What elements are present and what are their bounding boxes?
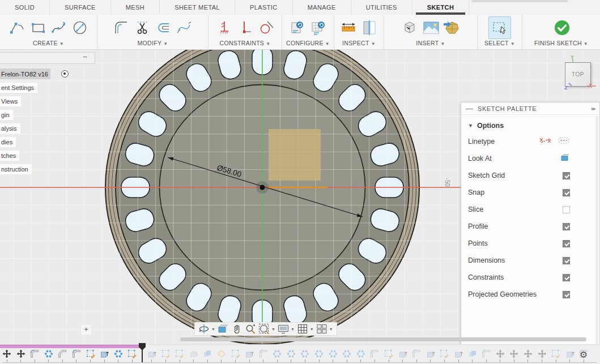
viewports-icon[interactable] [316, 323, 328, 335]
create-dimension-icon[interactable] [71, 18, 89, 37]
timeline-feature-extrude-suppressed[interactable] [147, 349, 156, 362]
pan-icon[interactable] [231, 323, 243, 335]
tab-utilities[interactable]: UTILITIES [351, 0, 412, 15]
checkbox-snap[interactable] [563, 189, 570, 196]
checkbox-slice[interactable] [563, 206, 570, 213]
palette-scrollbar[interactable] [595, 116, 598, 344]
checkbox-profile[interactable] [563, 223, 570, 230]
timeline-feature-sketch-suppressed[interactable] [175, 349, 184, 362]
timeline-feature-move-suppressed[interactable] [538, 349, 547, 362]
timeline-feature-cpattern-suppressed[interactable] [287, 349, 296, 362]
browser-item-views[interactable]: Views [0, 96, 21, 106]
timeline-feature-cpattern[interactable] [114, 349, 123, 362]
timeline-feature-extrude-suppressed[interactable] [454, 349, 463, 362]
browser-item-tches[interactable]: tches [0, 151, 19, 161]
tab-sketch[interactable]: SKETCH [412, 0, 470, 15]
zoom-icon[interactable] [244, 323, 257, 335]
inspect-measure-icon[interactable] [339, 18, 358, 37]
browser-item-nstruction[interactable]: nstruction [0, 164, 32, 174]
timeline-feature-move[interactable] [16, 349, 25, 362]
timeline-feature-plane-suppressed[interactable] [217, 349, 226, 362]
timeline-feature-extrude-suppressed[interactable] [398, 349, 407, 362]
browser-item-alysis[interactable]: alysis [0, 123, 20, 134]
timeline-playhead[interactable] [138, 343, 146, 362]
timeline-feature-fillet-suppressed[interactable] [370, 349, 379, 362]
configure-feature-icon[interactable] [288, 18, 307, 37]
grid-caret[interactable]: ▼ [310, 327, 314, 331]
modify-group-label[interactable]: MODIFY▼ [138, 40, 168, 46]
grid-icon[interactable] [296, 323, 309, 335]
configure-group-label[interactable]: CONFIGURE▼ [286, 40, 330, 46]
viewport-canvas[interactable]: Ø58.00-2525-50 − Frelon-TO82 v16 ent Set… [0, 50, 600, 344]
timeline-feature-extrude-suppressed[interactable] [565, 349, 575, 362]
timeline-feature-fillet[interactable] [30, 349, 39, 362]
timeline-scrollbar[interactable] [180, 337, 586, 341]
select-tool-active[interactable] [488, 16, 511, 39]
timeline-feature-fillet-suppressed[interactable] [482, 349, 491, 362]
create-rectangle-icon[interactable] [29, 18, 47, 37]
timeline-feature-fillet[interactable] [72, 349, 81, 362]
tab-surface[interactable]: SURFACE [50, 0, 111, 15]
timeline-feature-extrude-suppressed[interactable] [245, 349, 254, 362]
timeline-feature-form-suppressed[interactable] [189, 349, 198, 362]
timeline-feature-cpattern-suppressed[interactable] [300, 349, 309, 362]
timeline-feature-combine-suppressed[interactable] [203, 349, 212, 362]
browser-root-node[interactable]: Frelon-TO82 v16 [0, 68, 50, 79]
checkbox-dimensions[interactable] [563, 257, 570, 264]
timeline-feature-sketch-suppressed[interactable] [231, 349, 240, 362]
constraint-tangent-icon[interactable] [257, 18, 275, 37]
create-group-label[interactable]: CREATE▼ [33, 40, 64, 46]
checkbox-projected-geometries[interactable] [563, 291, 570, 298]
top-scrollbar[interactable] [471, 0, 568, 2]
tab-sheet-metal[interactable]: SHEET METAL [160, 0, 235, 15]
insert-mesh-icon[interactable] [442, 18, 461, 37]
insert-group-label[interactable]: INSERT▼ [416, 40, 445, 46]
palette-options-section[interactable]: ▼ Options [468, 118, 599, 133]
timeline-feature-chamfer[interactable] [58, 349, 67, 362]
constraint-midpoint-icon[interactable] [236, 18, 254, 37]
tab-solid[interactable]: SOLID [0, 0, 50, 15]
timeline-feature-fillet-suppressed[interactable] [259, 349, 268, 362]
orbit-icon[interactable] [198, 323, 210, 335]
timeline-feature-sketch[interactable] [127, 349, 137, 362]
tab-plastic[interactable]: PLASTIC [235, 0, 293, 15]
finish-sketch-group-label[interactable]: FINISH SKETCH▼ [534, 40, 588, 46]
timeline-feature-cpattern-suppressed[interactable] [356, 349, 365, 362]
configure-table-icon[interactable] [309, 18, 327, 37]
tab-manage[interactable]: MANAGE [293, 0, 351, 15]
browser-expand-button[interactable]: + [81, 325, 91, 335]
look-at-icon[interactable] [217, 323, 229, 335]
checkbox-points[interactable] [563, 240, 570, 247]
timeline-feature-cpattern-suppressed[interactable] [342, 349, 351, 362]
activate-component-radio[interactable] [58, 70, 69, 78]
display-settings-icon[interactable] [277, 323, 290, 335]
orbit-caret[interactable]: ▼ [211, 327, 215, 331]
timeline-feature-combine-suppressed[interactable] [468, 349, 477, 362]
modify-trim-icon[interactable] [133, 18, 151, 37]
modify-fillet-icon[interactable] [112, 18, 130, 37]
timeline-feature-move-suppressed[interactable] [496, 349, 505, 362]
timeline-feature-cpattern-suppressed[interactable] [329, 349, 338, 362]
timeline-feature-cpattern-suppressed[interactable] [314, 349, 324, 362]
timeline-feature-move-suppressed[interactable] [509, 349, 518, 362]
fit-icon[interactable] [258, 323, 270, 335]
browser-item-gin[interactable]: gin [0, 110, 13, 120]
insert-canvas-icon[interactable] [422, 18, 440, 37]
timeline-feature-extrude-suppressed[interactable] [426, 349, 435, 362]
display-caret[interactable]: ▼ [291, 327, 295, 331]
timeline-feature-sketch-suppressed[interactable] [551, 349, 560, 362]
timeline-feature-cpattern[interactable] [44, 349, 53, 362]
insert-decal-icon[interactable] [401, 18, 419, 37]
highlighted-face[interactable] [269, 129, 321, 181]
timeline-feature-sketch-suppressed[interactable] [384, 349, 393, 362]
look-at-button-icon[interactable] [560, 153, 570, 164]
modify-offset-icon[interactable] [154, 18, 172, 37]
create-spline-icon[interactable] [50, 18, 68, 37]
browser-item-ent-settings[interactable]: ent Settings [0, 83, 37, 93]
modify-curve-icon[interactable] [175, 18, 193, 37]
finish-sketch-icon[interactable] [552, 18, 571, 37]
timeline-settings-gear-icon[interactable]: ⚙ [580, 350, 588, 359]
timeline-feature-cpattern-suppressed[interactable] [273, 349, 282, 362]
inspect-section-icon[interactable] [360, 18, 378, 37]
browser-collapse-button[interactable]: − [80, 53, 90, 62]
